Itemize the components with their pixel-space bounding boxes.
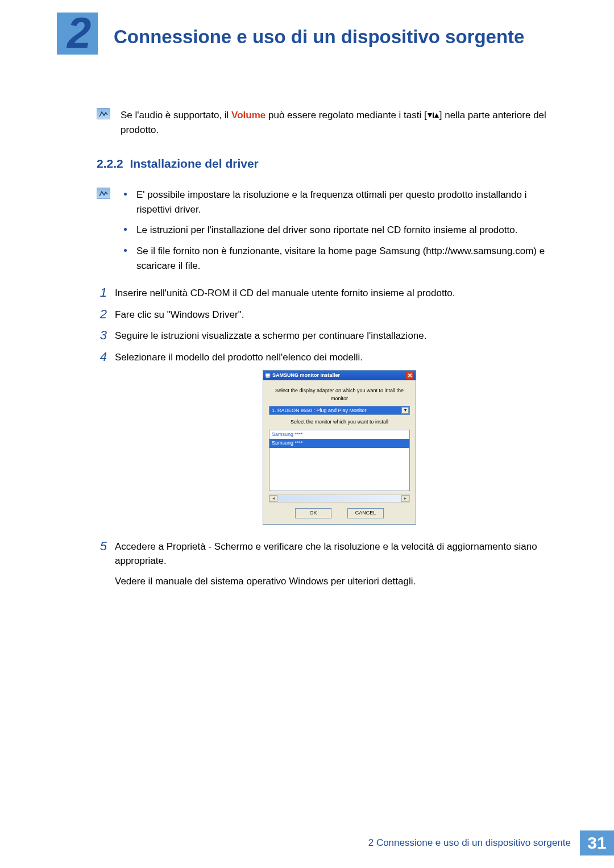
installer-screenshot: SAMSUNG monitor installer ✕ Select the d… bbox=[115, 370, 564, 525]
bullet-item: Le istruzioni per l'installazione del dr… bbox=[121, 223, 564, 238]
info-bullets: E' possibile impostare la risoluzione e … bbox=[97, 188, 564, 280]
svg-rect-4 bbox=[266, 377, 269, 378]
down-up-icon bbox=[427, 109, 439, 123]
page-content: Se l'audio è supportato, il Volume può e… bbox=[97, 108, 564, 601]
dialog-buttons: OK CANCEL bbox=[269, 508, 410, 518]
page-footer: 2 Connessione e uso di un dispositivo so… bbox=[359, 830, 614, 855]
step-item: 3 Seguire le istruzioni visualizzate a s… bbox=[97, 329, 564, 343]
step-number: 4 bbox=[97, 350, 107, 533]
step-text: Seguire le istruzioni visualizzate a sch… bbox=[115, 329, 564, 343]
note-text-pre: Se l'audio è supportato, il bbox=[121, 110, 231, 121]
svg-marker-0 bbox=[428, 113, 432, 118]
note-icon bbox=[97, 188, 110, 199]
chapter-title: Connessione e uso di un dispositivo sorg… bbox=[114, 26, 524, 48]
note-text-mid: può essere regolato mediante i tasti [ bbox=[268, 110, 427, 121]
installer-title: SAMSUNG monitor installer bbox=[272, 372, 340, 380]
step-text: Selezionare il modello del prodotto nell… bbox=[115, 350, 564, 365]
cancel-button[interactable]: CANCEL bbox=[347, 508, 384, 518]
installer-body: Select the display adapter on which you … bbox=[263, 380, 416, 524]
step-text: Inserire nell'unità CD-ROM il CD del man… bbox=[115, 286, 564, 301]
app-icon bbox=[265, 373, 271, 379]
step-number: 2 bbox=[97, 308, 107, 322]
step-item: 4 Selezionare il modello del prodotto ne… bbox=[97, 350, 564, 533]
step-text: Vedere il manuale del sistema operativo … bbox=[115, 574, 564, 589]
bullet-item: Se il file fornito non è funzionante, vi… bbox=[121, 244, 564, 274]
step-body: Selezionare il modello del prodotto nell… bbox=[115, 350, 564, 533]
step-item: 1 Inserire nell'unità CD-ROM il CD del m… bbox=[97, 286, 564, 301]
svg-marker-2 bbox=[434, 113, 439, 118]
volume-word: Volume bbox=[231, 110, 265, 121]
page-number: 31 bbox=[580, 830, 614, 855]
step-number: 5 bbox=[97, 539, 107, 595]
scroll-left-icon[interactable]: ◂ bbox=[269, 495, 277, 502]
svg-rect-1 bbox=[433, 113, 434, 118]
monitor-label: Select the monitor which you want to ins… bbox=[269, 418, 410, 426]
scroll-track[interactable] bbox=[277, 495, 401, 502]
chevron-down-icon[interactable]: ▾ bbox=[401, 407, 409, 414]
bullet-item: E' possibile impostare la risoluzione e … bbox=[121, 188, 564, 218]
scroll-right-icon[interactable]: ▸ bbox=[401, 495, 409, 502]
note-text: Se l'audio è supportato, il Volume può e… bbox=[121, 108, 564, 138]
installer-titlebar: SAMSUNG monitor installer ✕ bbox=[263, 371, 416, 380]
footer-text: 2 Connessione e uso di un dispositivo so… bbox=[359, 830, 580, 855]
svg-rect-3 bbox=[265, 373, 270, 377]
section-number: 2.2.2 bbox=[97, 157, 123, 170]
step-number: 3 bbox=[97, 329, 107, 343]
step-body: Accedere a Proprietà - Schermo e verific… bbox=[115, 539, 564, 595]
step-number: 1 bbox=[97, 286, 107, 301]
ok-button[interactable]: OK bbox=[295, 508, 331, 518]
close-icon[interactable]: ✕ bbox=[406, 372, 414, 379]
monitor-list[interactable]: Samsung **** Samsung **** bbox=[269, 430, 410, 491]
step-item: 5 Accedere a Proprietà - Schermo e verif… bbox=[97, 539, 564, 595]
note-icon bbox=[97, 108, 110, 119]
steps-list: 1 Inserire nell'unità CD-ROM il CD del m… bbox=[97, 286, 564, 594]
adapter-value: 1. RADEON 9550 : Plug and Play Monitor bbox=[272, 407, 367, 415]
installer-dialog: SAMSUNG monitor installer ✕ Select the d… bbox=[263, 370, 416, 525]
chapter-number: 2 bbox=[67, 8, 91, 57]
list-item[interactable]: Samsung **** bbox=[269, 430, 409, 439]
bullet-list: E' possibile impostare la risoluzione e … bbox=[121, 188, 564, 280]
list-item-selected[interactable]: Samsung **** bbox=[269, 439, 409, 448]
step-item: 2 Fare clic su "Windows Driver". bbox=[97, 308, 564, 322]
adapter-label: Select the display adapter on which you … bbox=[269, 387, 410, 402]
step-text: Fare clic su "Windows Driver". bbox=[115, 308, 564, 322]
section-title: Installazione del driver bbox=[130, 157, 258, 170]
step-text: Accedere a Proprietà - Schermo e verific… bbox=[115, 539, 564, 568]
horizontal-scrollbar[interactable]: ◂ ▸ bbox=[269, 495, 410, 502]
section-heading: 2.2.2 Installazione del driver bbox=[97, 157, 564, 171]
adapter-select[interactable]: 1. RADEON 9550 : Plug and Play Monitor ▾ bbox=[269, 406, 410, 415]
note-audio: Se l'audio è supportato, il Volume può e… bbox=[97, 108, 564, 138]
